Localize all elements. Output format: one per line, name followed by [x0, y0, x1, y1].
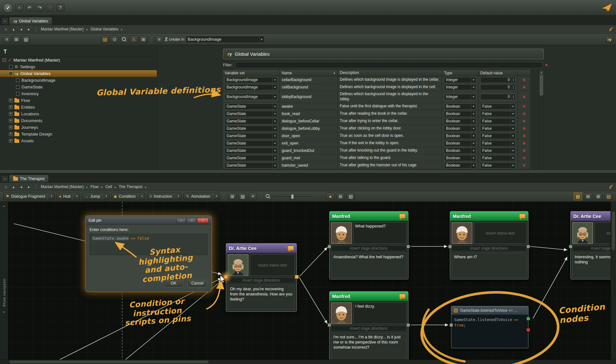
default-value-dropdown[interactable]: False▾ — [480, 103, 516, 110]
variable-description[interactable]: Defines which background image is displa… — [338, 91, 442, 103]
feed-icon[interactable] — [609, 27, 613, 31]
variable-list-button[interactable]: ≡ — [155, 36, 163, 43]
variable-set-dropdown[interactable]: GameState▾ — [225, 133, 278, 139]
delete-variable-button[interactable]: × — [523, 94, 525, 99]
zoom-slider[interactable] — [272, 196, 314, 197]
dialogue-text[interactable]: Oh my dear, you're recovering from the a… — [228, 285, 295, 310]
input-pin[interactable] — [569, 245, 572, 248]
input-pin[interactable] — [449, 323, 453, 327]
variable-description[interactable]: True after knocking out the guard in the… — [338, 147, 442, 154]
connect-button[interactable]: ⌖ — [249, 193, 257, 200]
grid-toggle-button[interactable]: ⊞ — [336, 193, 345, 200]
variable-set-dropdown[interactable]: GameState▾ — [225, 126, 278, 132]
chevron-down-icon[interactable]: ▾ — [49, 195, 54, 198]
table-scrollbar[interactable]: ▲ — [539, 70, 544, 170]
expand-toggle[interactable]: + — [9, 126, 13, 129]
variable-description[interactable]: True as soon as the cell door is open. — [338, 132, 442, 140]
output-pin[interactable] — [406, 323, 410, 327]
expand-toggle[interactable]: + — [9, 139, 13, 143]
output-pin[interactable] — [526, 245, 530, 248]
tab-the-therapist[interactable]: The Therapist — [9, 175, 49, 182]
tree-item-entities[interactable]: + Entities — [0, 104, 157, 111]
variable-description[interactable]: True after talking to the guard. — [338, 154, 442, 162]
default-value-dropdown[interactable]: False▾ — [480, 162, 516, 169]
chevron-down-icon[interactable]: ▾ — [214, 195, 218, 198]
document-button[interactable]: ▤ — [101, 36, 109, 43]
create-in-dropdown[interactable]: BackgroundImage ▾ — [186, 36, 264, 43]
view-mode-grid-button[interactable]: ⊞ — [584, 193, 592, 200]
variable-set-dropdown[interactable]: GameState▾ — [225, 118, 278, 124]
create-hub-button[interactable]: ● Hub▾ — [56, 193, 80, 200]
delete-variable-button[interactable]: × — [523, 126, 525, 131]
stage-directions-placeholder[interactable]: Insert stage directions — [228, 277, 295, 283]
stage-directions-placeholder[interactable]: Insert stage directions — [331, 326, 406, 331]
dialogue-text[interactable]: Interesting. It seems yo memory. Well, n… — [572, 253, 616, 277]
delete-variable-button[interactable]: × — [523, 77, 525, 82]
home-button[interactable]: ⌂ — [3, 184, 9, 190]
condition-script[interactable]: GameState.listenedToVoice== true; — [451, 315, 528, 331]
scrollbar-thumb[interactable] — [540, 75, 543, 95]
variable-name[interactable]: guard_met — [280, 154, 338, 162]
back-button[interactable]: ◂ — [18, 26, 24, 32]
column-variable-set[interactable]: Variable set — [223, 70, 280, 76]
chevron-down-icon[interactable]: ▾ — [104, 195, 108, 198]
delete-variable-button[interactable]: × — [523, 155, 525, 161]
condition-node[interactable]: GameState.listenedToVoice == … GameState… — [451, 306, 528, 348]
default-value-dropdown[interactable]: False▾ — [480, 111, 516, 117]
breadcrumb-item-project[interactable]: Maniac Manfred (Master) — [39, 27, 85, 32]
variable-set-dropdown[interactable]: BackgroundImage▾ — [225, 84, 278, 90]
breadcrumb-item-the-therapist[interactable]: The Therapist — [117, 184, 144, 189]
default-value-dropdown[interactable]: False▾ — [480, 155, 516, 161]
history-button[interactable]: ⊙ — [110, 36, 119, 43]
scroll-up-icon[interactable]: ▲ — [539, 70, 543, 75]
dialogue-text[interactable]: Where am I? — [452, 253, 526, 277]
variable-set-dropdown[interactable]: GameState▾ — [225, 155, 278, 161]
chevron-down-icon[interactable]: ▾ — [75, 195, 79, 198]
variable-set-dropdown[interactable]: BackgroundImage▾ — [225, 77, 278, 83]
add-tab-button[interactable]: + — [2, 18, 8, 24]
create-annotation-button[interactable]: ✎ Annotation▾ — [184, 193, 220, 200]
tree-item-settings[interactable]: ⚙ Settings — [0, 63, 157, 70]
column-default-value[interactable]: Default value — [478, 70, 518, 76]
chevron-down-icon[interactable]: ▾ — [176, 195, 181, 198]
variable-name[interactable]: book_read — [280, 110, 338, 118]
pane-splitter[interactable] — [0, 170, 616, 173]
app-menu-button[interactable]: ✓ — [3, 3, 13, 13]
type-dropdown[interactable]: Boolean▾ — [444, 111, 476, 117]
chevron-down-icon[interactable]: ▾ — [140, 195, 144, 198]
calculator-button[interactable]: ⊞ — [139, 36, 148, 43]
menu-text-placeholder[interactable]: Insert menu text — [474, 222, 526, 244]
search-button[interactable] — [120, 36, 128, 43]
view-mode-flow-button[interactable]: ▤ — [574, 193, 582, 200]
expand-toggle[interactable]: + — [9, 99, 13, 102]
tree-item-backgroundimage[interactable]: BackgroundImage — [0, 77, 157, 84]
collapse-all-button[interactable]: ⊞ — [12, 36, 21, 43]
stage-directions-placeholder[interactable]: Insert stage directions — [331, 245, 406, 251]
view-mode-table-button[interactable]: ⊞ — [594, 193, 603, 200]
variable-description[interactable]: True after clicking on the lobby door. — [338, 125, 442, 132]
create-instruction-button[interactable]: ≡ Instruction▾ — [147, 193, 182, 200]
output-pin[interactable] — [295, 275, 299, 279]
variable-name[interactable]: awake — [280, 103, 338, 110]
input-pin[interactable] — [448, 245, 452, 248]
input-pin[interactable] — [328, 245, 331, 248]
delete-variable-button[interactable]: × — [523, 141, 525, 146]
tree-item-global-variables[interactable]: − xy Global Variables — [0, 70, 157, 77]
delete-variable-button[interactable]: × — [523, 85, 525, 90]
tab-global-variables[interactable]: xy Global Variables — [9, 17, 52, 25]
horizontal-scrollbar[interactable] — [0, 360, 616, 364]
variable-name[interactable]: cellBackground — [280, 84, 338, 91]
variable-set-dropdown[interactable]: GameState▾ — [225, 140, 278, 146]
tree-item-assets[interactable]: + Assets — [0, 137, 157, 144]
add-tab-button[interactable]: + — [2, 176, 8, 181]
expand-all-button[interactable]: ▤ — [22, 36, 30, 43]
publish-button[interactable]: ↑ — [46, 4, 54, 12]
stage-directions-placeholder[interactable]: Insert stage directions — [452, 245, 526, 251]
scrollbar-thumb[interactable] — [612, 211, 615, 250]
create-dialogue-fragment-button[interactable]: ⚑ Dialogue Fragment▾ — [3, 193, 55, 200]
highlight-button[interactable]: ● — [326, 193, 334, 200]
dialogue-node-manfred-2[interactable]: Manfred Insert menu text Insert stage di… — [450, 211, 528, 279]
presentation-button[interactable]: ▤ — [604, 193, 613, 200]
delete-variable-button[interactable]: × — [523, 163, 525, 168]
help-button[interactable]: ? — [56, 4, 64, 12]
